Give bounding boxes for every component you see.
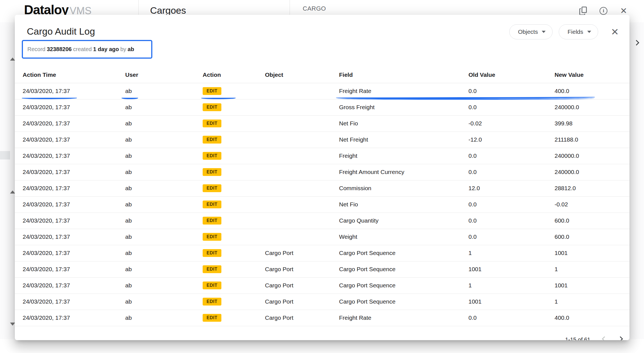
col-user: User (125, 67, 203, 83)
table-row: 24/03/2020, 17:37 ab EDIT Cargo Port Car… (15, 245, 629, 261)
cell-old-value: 0.0 (468, 310, 555, 326)
cell-user: ab (125, 229, 203, 245)
table-row: 24/03/2020, 17:37 ab EDIT Net Freight -1… (15, 132, 629, 148)
table-row: 24/03/2020, 17:37 ab EDIT Cargo Port Car… (15, 261, 629, 277)
cell-old-value: 0.0 (468, 99, 555, 115)
cell-user: ab (125, 99, 203, 115)
table-row: 24/03/2020, 17:37 ab EDIT Freight Amount… (15, 164, 629, 180)
edit-action-badge: EDIT (203, 136, 221, 144)
cell-old-value: 1 (468, 245, 555, 261)
panel-close-icon[interactable]: ✕ (619, 6, 628, 16)
audit-table-body: 24/03/2020, 17:37 ab EDIT Freight Rate 0… (15, 83, 629, 326)
cargo-panel-title: CARGO (303, 5, 326, 12)
cell-new-value: 28812.0 (555, 180, 629, 196)
cell-old-value: 0.0 (468, 164, 555, 180)
cell-new-value: 240000.0 (555, 164, 629, 180)
cell-action: EDIT (203, 245, 265, 261)
cell-object (265, 115, 339, 132)
edit-action-badge: EDIT (203, 184, 221, 192)
cell-old-value: -0.02 (468, 115, 555, 132)
copy-icon[interactable] (579, 6, 588, 16)
objects-dropdown[interactable]: Objects (509, 24, 553, 39)
record-created-time: 1 day ago (93, 46, 119, 53)
fields-dropdown[interactable]: Fields (559, 24, 598, 39)
audit-table-header: Action Time User Action Object Field Old… (15, 67, 629, 83)
cell-action: EDIT (203, 115, 265, 132)
cell-new-value: 399.98 (555, 115, 629, 132)
cell-user: ab (125, 180, 203, 196)
cell-user: ab (125, 83, 203, 99)
cell-action-time: 24/03/2020, 17:37 (15, 277, 125, 294)
col-action-time: Action Time (15, 67, 125, 83)
cell-old-value: 0.0 (468, 213, 555, 229)
chevron-down-icon (542, 31, 546, 33)
cell-old-value: 0.0 (468, 83, 555, 99)
cell-object (265, 83, 339, 99)
left-scrollbar-thumb[interactable] (0, 151, 10, 159)
cell-action-time: 24/03/2020, 17:37 (15, 229, 125, 245)
cell-field: Cargo Quantity (339, 213, 468, 229)
cell-object: Cargo Port (265, 310, 339, 326)
cell-new-value: -0.02 (555, 196, 629, 213)
cell-object: Cargo Port (265, 245, 339, 261)
scroll-up-icon[interactable] (10, 190, 15, 194)
table-row: 24/03/2020, 17:37 ab EDIT Freight 0.0 24… (15, 148, 629, 164)
table-row: 24/03/2020, 17:37 ab EDIT Net Fio 0.0 -0… (15, 196, 629, 213)
edit-action-badge: EDIT (203, 265, 221, 273)
cell-action: EDIT (203, 148, 265, 164)
cell-new-value: 1 (555, 294, 629, 310)
cell-field: Cargo Port Sequence (339, 294, 468, 310)
cell-action-time: 24/03/2020, 17:37 (15, 213, 125, 229)
table-row: 24/03/2020, 17:37 ab EDIT Cargo Port Car… (15, 277, 629, 294)
table-row: 24/03/2020, 17:37 ab EDIT Freight Rate 0… (15, 83, 629, 99)
cell-action-time: 24/03/2020, 17:37 (15, 115, 125, 132)
cell-action-time: 24/03/2020, 17:37 (15, 180, 125, 196)
cell-field: Gross Freight (339, 99, 468, 115)
cell-old-value: 0.0 (468, 196, 555, 213)
info-icon[interactable]: i (599, 6, 608, 16)
cell-new-value: 1001 (555, 277, 629, 294)
cell-object (265, 196, 339, 213)
cell-field: Weight (339, 229, 468, 245)
table-row: 24/03/2020, 17:37 ab EDIT Net Fio -0.02 … (15, 115, 629, 132)
modal-close-icon[interactable]: ✕ (611, 27, 619, 37)
edit-action-badge: EDIT (203, 87, 221, 95)
record-info: Record 32388206 created 1 day ago by ab (22, 40, 152, 59)
scroll-up-icon[interactable] (10, 58, 15, 61)
pagination-next-icon[interactable] (618, 336, 623, 340)
cell-field: Net Freight (339, 132, 468, 148)
edit-action-badge: EDIT (203, 249, 221, 257)
cell-action: EDIT (203, 261, 265, 277)
expand-panel-chevron-icon[interactable] (634, 40, 639, 46)
cell-action: EDIT (203, 229, 265, 245)
audit-table: Action Time User Action Object Field Old… (15, 67, 629, 326)
cell-field: Commission (339, 180, 468, 196)
modal-actions: Objects Fields ✕ (509, 24, 619, 39)
cell-action-time: 24/03/2020, 17:37 (15, 310, 125, 326)
cell-field: Net Fio (339, 115, 468, 132)
record-user: ab (128, 46, 134, 53)
cell-user: ab (125, 310, 203, 326)
scroll-down-icon[interactable] (10, 323, 15, 326)
divider (138, 0, 139, 15)
table-row: 24/03/2020, 17:37 ab EDIT Cargo Port Fre… (15, 310, 629, 326)
cell-old-value: 0.0 (468, 148, 555, 164)
col-action: Action (203, 67, 265, 83)
cell-action: EDIT (203, 213, 265, 229)
edit-action-badge: EDIT (203, 233, 221, 241)
cell-object (265, 148, 339, 164)
cell-object: Cargo Port (265, 261, 339, 277)
col-field: Field (339, 67, 468, 83)
cell-field: Freight (339, 148, 468, 164)
table-row: 24/03/2020, 17:37 ab EDIT Commission 12.… (15, 180, 629, 196)
cell-field: Cargo Port Sequence (339, 261, 468, 277)
col-object: Object (265, 67, 339, 83)
pagination-prev-icon[interactable] (602, 336, 607, 340)
cargo-audit-log-modal: Cargo Audit Log Objects Fields ✕ Record … (15, 15, 629, 340)
table-row: 24/03/2020, 17:37 ab EDIT Gross Freight … (15, 99, 629, 115)
pagination: 1-15 of 61 (565, 335, 622, 340)
record-by-label: by (120, 46, 126, 53)
cell-user: ab (125, 164, 203, 180)
cell-old-value: 1 (468, 277, 555, 294)
cell-field: Net Fio (339, 196, 468, 213)
